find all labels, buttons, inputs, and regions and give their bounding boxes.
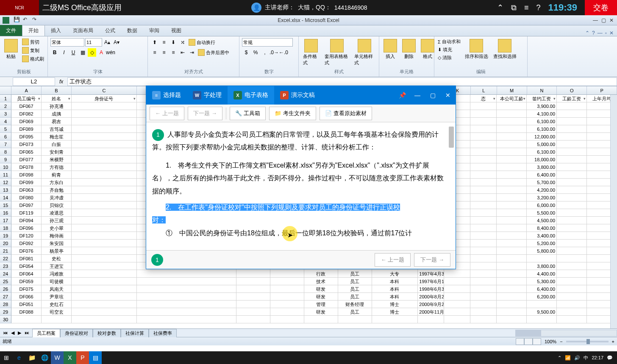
name-box[interactable]	[13, 77, 55, 86]
cell[interactable]	[470, 118, 497, 125]
cell[interactable]: 4,200.00	[527, 186, 557, 194]
phonetic-button[interactable]: wén	[106, 48, 115, 57]
cell[interactable]: 方有德	[42, 163, 72, 171]
workbook-close-icon[interactable]: ✕	[609, 30, 614, 36]
cell[interactable]	[72, 217, 137, 224]
row-header[interactable]: 21	[0, 247, 11, 255]
normal-view-button[interactable]	[516, 338, 524, 345]
cell[interactable]	[497, 217, 527, 224]
sheet-tab-0[interactable]: 员工档案	[32, 329, 60, 337]
cell[interactable]: DF067	[11, 102, 42, 110]
cell[interactable]	[470, 270, 497, 278]
cell[interactable]: 2000年9月27日	[418, 301, 444, 308]
tab-review[interactable]: 审阅	[143, 25, 165, 36]
cell[interactable]: 6,200.00	[527, 293, 557, 301]
cell[interactable]: 孙三观	[42, 217, 72, 224]
cell[interactable]	[72, 209, 137, 217]
cell[interactable]	[497, 141, 527, 148]
cell[interactable]	[497, 118, 527, 125]
cell[interactable]	[270, 301, 304, 308]
align-left-icon[interactable]: ≡	[150, 48, 159, 57]
cell[interactable]	[236, 316, 270, 323]
cell[interactable]	[557, 141, 587, 148]
cell[interactable]	[470, 194, 497, 201]
cell[interactable]: 5,800.00	[527, 247, 557, 255]
workbook-restore-icon[interactable]: ▫	[605, 30, 607, 36]
header-cell[interactable]: 签约工资	[527, 95, 557, 102]
cell[interactable]: 米横野	[42, 156, 72, 163]
currency-icon[interactable]: $	[242, 48, 250, 57]
font-size-combo[interactable]	[85, 38, 102, 47]
cell[interactable]	[236, 293, 270, 301]
cell[interactable]	[557, 125, 587, 133]
row-header[interactable]: 25	[0, 278, 11, 285]
sheet-nav-first-icon[interactable]: ⏮	[2, 330, 9, 336]
row-header[interactable]: 26	[0, 285, 11, 293]
cell[interactable]: 员工	[338, 293, 372, 301]
grow-font-icon[interactable]: A▴	[103, 38, 111, 47]
cell[interactable]	[497, 262, 527, 270]
cell[interactable]	[72, 240, 137, 247]
cut-button[interactable]: 剪切	[21, 38, 45, 46]
align-middle-icon[interactable]: ≡	[160, 38, 168, 47]
cell[interactable]	[11, 316, 42, 323]
cell[interactable]: 史红石	[42, 301, 72, 308]
cell[interactable]: 本科	[372, 278, 418, 285]
cell[interactable]: DF088	[11, 308, 42, 316]
cell[interactable]	[557, 102, 587, 110]
fx-icon[interactable]: fx	[59, 79, 63, 85]
cell[interactable]: 史松	[42, 255, 72, 262]
workbook-minimize-icon[interactable]: —	[598, 30, 603, 36]
cell[interactable]: 研发	[304, 308, 338, 316]
cell[interactable]: DF065	[11, 148, 42, 156]
cell[interactable]	[72, 156, 137, 163]
cell[interactable]	[304, 316, 338, 323]
percent-icon[interactable]: %	[251, 48, 260, 57]
cell[interactable]	[497, 156, 527, 163]
select-all-corner[interactable]	[0, 86, 11, 94]
cell[interactable]: 员工	[338, 285, 372, 293]
qpanel-pin-icon[interactable]: 📌	[395, 86, 410, 105]
cell[interactable]	[72, 171, 137, 179]
cell[interactable]	[497, 201, 527, 209]
tab-file[interactable]: 文件	[0, 25, 22, 36]
cell[interactable]	[72, 247, 137, 255]
cell[interactable]: 方东白	[42, 179, 72, 186]
cell[interactable]: 5,700.00	[527, 179, 557, 186]
fill-color-button[interactable]: ◇	[88, 48, 96, 57]
clear-button[interactable]: ◇清除	[437, 54, 461, 61]
cell[interactable]: DF054	[11, 262, 42, 270]
cell-style-button[interactable]: 单元格样式	[353, 38, 376, 67]
cell[interactable]: DF051	[11, 301, 42, 308]
row-header[interactable]: 22	[0, 255, 11, 262]
hscroll-thumb[interactable]	[516, 330, 541, 336]
cell[interactable]	[270, 308, 304, 316]
cell[interactable]	[497, 209, 527, 217]
row-header[interactable]: 20	[0, 240, 11, 247]
cell[interactable]: 梅念笙	[42, 133, 72, 141]
row-header[interactable]: 7	[0, 141, 11, 148]
bold-button[interactable]: B	[50, 48, 59, 57]
cell[interactable]: DF069	[11, 118, 42, 125]
qtab-excel[interactable]: X电子表格	[228, 86, 274, 105]
cell[interactable]: DF092	[11, 240, 42, 247]
qpanel-scrollbar[interactable]	[449, 122, 455, 250]
view-material-button[interactable]: 📄查看原始素材	[320, 107, 372, 120]
tab-layout[interactable]: 页面布局	[67, 25, 99, 36]
row-header[interactable]: 18	[0, 224, 11, 232]
insert-cell-button[interactable]: 插入	[382, 38, 399, 61]
cell[interactable]	[470, 247, 497, 255]
cell[interactable]	[557, 148, 587, 156]
format-painter-button[interactable]: 格式刷	[21, 55, 45, 63]
cell[interactable]	[557, 209, 587, 217]
cell[interactable]	[338, 316, 372, 323]
cell[interactable]	[527, 255, 557, 262]
exam-window-icon[interactable]: ⧉	[511, 3, 517, 12]
cell[interactable]	[497, 194, 527, 201]
page-layout-view-button[interactable]	[524, 338, 533, 345]
autosum-button[interactable]: Σ自动求和	[437, 38, 461, 45]
qtab-ppt[interactable]: P演示文稿	[274, 86, 321, 105]
cell[interactable]	[557, 293, 587, 301]
cell[interactable]	[557, 232, 587, 240]
cell[interactable]	[470, 186, 497, 194]
